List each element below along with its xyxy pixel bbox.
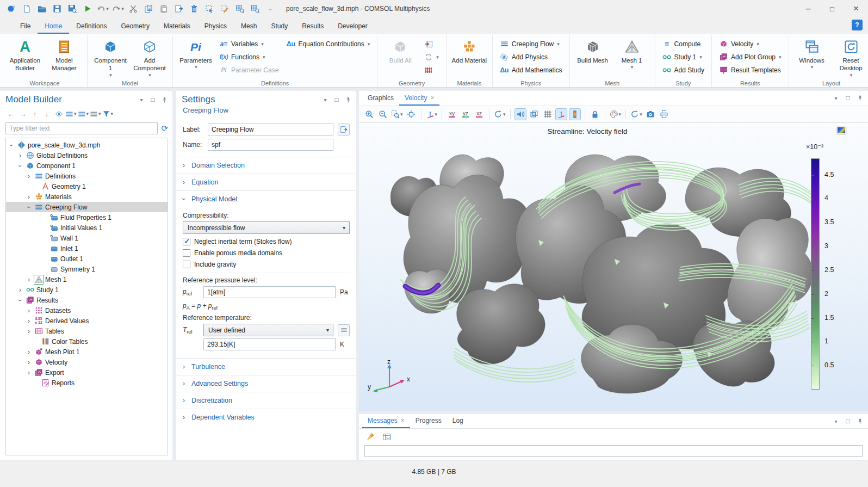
forward-button[interactable]: → bbox=[17, 108, 28, 119]
parameters-button[interactable]: Pi Parameters bbox=[177, 37, 214, 71]
tree-item-results[interactable]: Results bbox=[6, 295, 168, 305]
add-study-button[interactable]: Add Study bbox=[660, 64, 707, 76]
section-turbulence[interactable]: Turbulence bbox=[176, 358, 356, 375]
tree-item-component-1[interactable]: Component 1 bbox=[6, 161, 168, 171]
tree-item-derived-values[interactable]: 8.85e-12 Derived Values bbox=[6, 316, 168, 326]
customize-toolbar-chevron[interactable]: ⌄ bbox=[263, 2, 277, 15]
help-button[interactable]: ? bbox=[852, 20, 863, 30]
tree-item-creeping-flow[interactable]: Creeping Flow bbox=[6, 202, 168, 212]
show-legend-button[interactable] bbox=[569, 108, 581, 120]
view-orientation-button[interactable] bbox=[425, 108, 438, 120]
panel-menu-icon[interactable] bbox=[832, 94, 840, 102]
panel-menu-icon[interactable] bbox=[832, 417, 840, 425]
tree-item-mesh-1[interactable]: Mesh 1 bbox=[6, 274, 168, 285]
section-domain-selection[interactable]: Domain Selection bbox=[176, 157, 356, 174]
rotate-view-button[interactable] bbox=[493, 108, 506, 120]
float-panel-icon[interactable] bbox=[149, 96, 157, 103]
float-panel-icon[interactable] bbox=[844, 417, 852, 425]
expand-arrow[interactable] bbox=[26, 172, 32, 180]
save-as-button[interactable] bbox=[65, 2, 79, 15]
zoom-in-button[interactable] bbox=[363, 108, 375, 120]
filter-button[interactable] bbox=[102, 108, 114, 119]
zoom-extents-button[interactable] bbox=[405, 108, 417, 120]
tree-item-global-definitions[interactable]: Global Definitions bbox=[6, 150, 168, 161]
snapshot-button[interactable] bbox=[644, 108, 656, 120]
rename-button[interactable] bbox=[338, 124, 350, 135]
tree-item-export[interactable]: Export bbox=[6, 367, 168, 378]
float-panel-icon[interactable] bbox=[333, 96, 340, 103]
expand-arrow[interactable] bbox=[8, 141, 15, 149]
component-1-button[interactable]: Component 1 bbox=[92, 37, 129, 79]
show-axes-button[interactable] bbox=[555, 108, 567, 120]
show-button[interactable] bbox=[53, 108, 64, 119]
search-table-button[interactable] bbox=[248, 2, 262, 15]
menu-tab-results[interactable]: Results bbox=[295, 20, 331, 34]
run-button[interactable] bbox=[80, 2, 95, 15]
add-plot-group-button[interactable]: Add Plot Group bbox=[716, 51, 784, 63]
porous-media-checkbox[interactable] bbox=[183, 249, 190, 257]
preview-table-button[interactable] bbox=[233, 2, 247, 15]
menu-tab-physics[interactable]: Physics bbox=[197, 20, 234, 34]
tree-item-materials[interactable]: Materials bbox=[6, 192, 168, 202]
pin-icon[interactable] bbox=[160, 96, 168, 103]
pref-input[interactable] bbox=[203, 286, 336, 298]
tab-log[interactable]: Log bbox=[447, 414, 469, 428]
view-yz-button[interactable]: yz bbox=[460, 108, 472, 120]
panel-menu-icon[interactable] bbox=[138, 96, 145, 103]
build-all-button[interactable]: Build All bbox=[382, 37, 419, 65]
menu-tab-geometry[interactable]: Geometry bbox=[114, 20, 157, 34]
compute-button[interactable]: = Compute bbox=[660, 38, 707, 50]
section-discretization[interactable]: Discretization bbox=[176, 392, 356, 409]
variables-button[interactable]: a= Variables bbox=[216, 38, 281, 50]
tab-messages[interactable]: Messages × bbox=[362, 414, 410, 428]
collapse-all-button[interactable] bbox=[65, 108, 77, 119]
transparency-button[interactable] bbox=[528, 108, 540, 120]
physics-interface-button[interactable]: Creeping Flow bbox=[497, 38, 565, 50]
build-mesh-button[interactable]: Build Mesh bbox=[574, 37, 611, 65]
section-physical-model[interactable]: Physical Model bbox=[176, 190, 356, 207]
tab-velocity[interactable]: Velocity × bbox=[399, 91, 439, 106]
go-to-source-button[interactable] bbox=[338, 324, 350, 336]
node-display-button[interactable] bbox=[90, 108, 101, 119]
menu-tab-mesh[interactable]: Mesh bbox=[234, 20, 264, 34]
menu-tab-study[interactable]: Study bbox=[264, 20, 295, 34]
save-button[interactable] bbox=[50, 2, 64, 15]
expand-arrow[interactable] bbox=[17, 286, 23, 294]
velocity-plot-button[interactable]: Velocity bbox=[716, 38, 784, 50]
open-file-button[interactable] bbox=[35, 2, 49, 15]
copy-table-button[interactable] bbox=[381, 431, 393, 443]
menu-tab-developer[interactable]: Developer bbox=[331, 20, 375, 34]
tree-item-fluid-properties-1[interactable]: Fluid Properties 1 bbox=[6, 212, 168, 223]
functions-button[interactable]: f(x) Functions bbox=[216, 51, 281, 63]
expand-arrow[interactable] bbox=[26, 359, 32, 366]
scene-light-button[interactable] bbox=[514, 108, 526, 120]
minimize-button[interactable] bbox=[796, 0, 820, 17]
equation-contributions-button[interactable]: Δu Equation Contributions bbox=[283, 38, 373, 50]
tab-progress[interactable]: Progress bbox=[410, 414, 447, 428]
redo-button[interactable] bbox=[111, 2, 125, 15]
tree-item-inlet-1[interactable]: Inlet 1 bbox=[6, 243, 168, 254]
rebuild-button[interactable] bbox=[421, 51, 442, 63]
tree-item-outlet-1[interactable]: Outlet 1 bbox=[6, 254, 168, 264]
plot-thumbnail-icon[interactable] bbox=[836, 126, 846, 134]
print-button[interactable] bbox=[658, 108, 670, 120]
tree-item-mesh-plot-1[interactable]: Mesh Plot 1 bbox=[6, 347, 168, 357]
expand-arrow[interactable] bbox=[26, 369, 32, 377]
temperature-input[interactable] bbox=[203, 338, 336, 350]
show-grid-button[interactable] bbox=[542, 108, 554, 120]
expand-arrow[interactable] bbox=[26, 204, 32, 211]
zoom-out-button[interactable] bbox=[377, 108, 389, 120]
virtual-operations-button[interactable] bbox=[421, 64, 442, 76]
tab-graphics[interactable]: Graphics bbox=[362, 91, 399, 106]
neglect-inertial-checkbox[interactable] bbox=[183, 238, 190, 245]
expand-arrow[interactable] bbox=[26, 193, 32, 201]
tree-item-reports[interactable]: Reports bbox=[6, 378, 168, 388]
clear-messages-button[interactable] bbox=[364, 431, 376, 443]
refresh-icon[interactable]: ⟳ bbox=[161, 124, 168, 133]
close-tab-icon[interactable]: × bbox=[430, 94, 434, 102]
section-equation[interactable]: Equation bbox=[176, 174, 356, 190]
panel-menu-icon[interactable] bbox=[321, 96, 329, 103]
tree-item-color-tables[interactable]: Color Tables bbox=[6, 336, 168, 347]
tree-item-tables[interactable]: Tables bbox=[6, 326, 168, 336]
mark-button[interactable] bbox=[218, 2, 232, 15]
